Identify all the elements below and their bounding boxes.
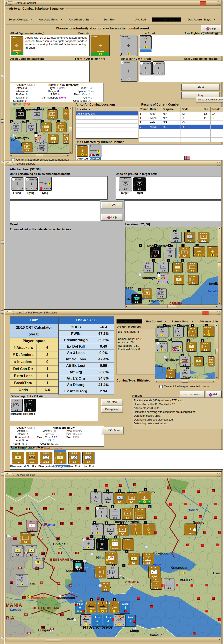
unit-counter[interactable]: 4 LaGG-1✈*3*: [203, 326, 214, 337]
minimap-vscrollbar[interactable]: ▲▼: [69, 106, 73, 154]
abort-button[interactable]: Abort: [181, 84, 220, 91]
table-row[interactable]: 2AlliedN/A-3: [139, 125, 223, 129]
unit-counter[interactable]: StalinoXXXXM3-3: [166, 369, 175, 378]
unit-counter[interactable]: 3rd Inf DivXXX1-4: [128, 553, 139, 565]
ok-button[interactable]: ✓OK: [101, 201, 123, 208]
allied-bomber-panel[interactable]: [10, 60, 90, 82]
map-hscrollbar[interactable]: ◄►: [6, 638, 221, 642]
table-row[interactable]: [139, 138, 223, 142]
map-vscrollbar[interactable]: ▲▼: [218, 227, 221, 305]
main-map[interactable]: KharkovDonetsDnepropetrovskRostovKriNiko…: [6, 478, 221, 637]
unit-counter[interactable]: 149CL Comintern1202: [86, 601, 96, 613]
menu-def-aborts-stays[interactable]: Def. Aborts/Stays =>: [188, 18, 215, 21]
unit-counter[interactable]: 4Bf 110E1✈432: [25, 178, 38, 191]
combat-minimap[interactable]: 3432Dnepropetrovsk7 FW 190*A-2✈16*XXX2-3…: [155, 324, 215, 379]
unit-counter[interactable]: 3Bf 110D1✈331: [12, 178, 24, 191]
minimap-vscrollbar[interactable]: ▲▼: [215, 324, 219, 379]
background-window-button[interactable]: [1, 472, 4, 476]
unit-counter[interactable]: KatyushaXX↑4-3: [164, 578, 175, 590]
unit-counter[interactable]: IX SS MechXXXX9-5: [24, 399, 36, 412]
unit-counter[interactable]: 4 MiG-1*✈*3*: [207, 246, 218, 257]
window-roll-icon[interactable]: [216, 473, 220, 477]
minimap-hscrollbar[interactable]: ◄►: [10, 154, 69, 157]
unit-counter[interactable]: 3Bf 110D1✈331: [140, 62, 151, 75]
titlebar[interactable]: #1 Map Window: [5, 472, 221, 477]
unit-counter[interactable]: 2*Rudel✈25Ju 87G*: [89, 144, 101, 157]
no-effect-button[interactable]: No Effect: [101, 399, 123, 405]
unit-counter[interactable]: 5 Bf 109*E-4Emil✈23*: [16, 574, 28, 586]
unit-counter[interactable]: 7 FW 190*A-2✈16*: [140, 36, 151, 49]
tab-assign-losses-active[interactable]: Assign Losses =>: [117, 320, 142, 324]
tab-hex-control[interactable]: Hex Control =>: [146, 320, 166, 323]
unit-counter[interactable]: XXX1-4: [48, 134, 58, 144]
unit-counter[interactable]: BudyonnyXXXXX6(2)4: [148, 566, 160, 578]
unit-counter[interactable]: 2*Rudel✈25Ju 87G*: [172, 342, 183, 352]
unit-counter[interactable]: 40th CorrXXXX•5-1: [150, 578, 162, 590]
unit-counter[interactable]: 2*Rudel✈25Ju 87G*: [39, 177, 52, 191]
unit-counter[interactable]: 4th GD ArmXXXX9-5: [82, 452, 94, 464]
unit-counter[interactable]: XXX2-4: [171, 232, 181, 242]
unit-counter[interactable]: 4 LaGG-1*✈*3*: [193, 246, 205, 257]
unit-counter[interactable]: XXX2-4: [109, 508, 121, 520]
ok-done-button[interactable]: ✓OK - Done: [101, 427, 124, 434]
background-window-button[interactable]: [1, 240, 4, 244]
unit-counter[interactable]: 4 P-40C*✈Tomahawk*8*: [11, 36, 23, 55]
unit-counter[interactable]: 1310ROM030: [80, 614, 91, 626]
unit-counter[interactable]: 54th CorrXXXX•4-1: [200, 342, 210, 352]
unit-counter[interactable]: 54th CorrXXXX•4-1: [122, 538, 134, 550]
background-window-button[interactable]: [1, 120, 4, 122]
unit-counter[interactable]: 169CA Destroyer Flotilla020ROM: [114, 614, 125, 626]
unit-counter[interactable]: XXX╱3-5: [63, 134, 69, 144]
close-icon[interactable]: [202, 311, 208, 315]
unit-counter[interactable]: 4 La✈: [63, 108, 69, 119]
background-window-button[interactable]: [1, 75, 4, 78]
map-hscrollbar[interactable]: ◄►: [125, 304, 218, 308]
unit-counter[interactable]: 2nd GD CavXXX╱3-5: [188, 275, 198, 285]
unit-counter[interactable]: 4Bf 111✈432▲▲A←↙: [157, 274, 169, 284]
results-table[interactable]: 1AxisN/A+313DA1AlliedN/A-311DC2AxisN/A+3…: [139, 112, 223, 142]
unit-counter[interactable]: XI MechXXXX7-5: [156, 288, 166, 298]
unit-counter[interactable]: 80 III InfXXXX7-4: [90, 492, 101, 503]
unit-counter[interactable]: 4 LaGG-1*✈*3*: [77, 146, 88, 156]
location-map[interactable]: 43XXX2-4XX•4-2TimoshenkoXXXXXX5(2)2Dnepr…: [125, 227, 218, 305]
unit-counter[interactable]: 144 SS InfXXX1-3: [16, 110, 26, 119]
unit-counter[interactable]: 144 SS InfXXX1-3: [150, 247, 161, 258]
unit-counter[interactable]: 5Bf 110E1✈462: [82, 538, 95, 550]
unit-counter[interactable]: 2nd EngXXΠ1-4: [41, 122, 51, 132]
table-row[interactable]: 1AxisN/A+313DA: [139, 112, 223, 116]
unit-counter[interactable]: 54th CorrXXXX•4-1: [56, 122, 66, 132]
unit-counter[interactable]: XX•4-2: [184, 232, 195, 242]
help-button[interactable]: ?Help: [101, 214, 123, 220]
unit-counter[interactable]: 4th GD ArmXXX9-5▲▲A←↙: [105, 552, 117, 564]
unit-counter[interactable]: II InfHUNXXXX3-3: [26, 520, 37, 532]
unit-counter[interactable]: 9 GD InfXXXXX6-3: [47, 110, 57, 119]
window-shade-button[interactable]: [6, 1, 14, 5]
table-row[interactable]: [139, 133, 223, 138]
menu-arr-allied-units[interactable]: Arr. Allied Units =>: [69, 18, 93, 21]
unit-counter[interactable]: 257CA Krasnyi Kavkaz1202: [109, 601, 119, 613]
table-row[interactable]: 1AlliedN/A-311DC: [139, 116, 223, 120]
minimap-hscrollbar[interactable]: ◄►: [155, 379, 215, 383]
unit-counter[interactable]: 5Bf 110E1✈462: [156, 342, 167, 352]
unit-counter[interactable]: 7 MechXXX2-5▲▲A←↙: [179, 356, 190, 366]
unit-counter[interactable]: 149CL Krasni Krym1213: [97, 601, 108, 613]
unit-counter[interactable]: 9 GD InfXXXXX6-3: [187, 327, 198, 337]
help-button[interactable]: ?Help: [206, 391, 221, 398]
unit-counter[interactable]: 7 FW 190*A-2✈16*: [156, 326, 168, 337]
unit-counter[interactable]: XI MechXXXX7-5: [37, 142, 47, 152]
unit-counter[interactable]: 4Bf 110E1✈432: [152, 62, 164, 75]
unit-counter[interactable]: 1*✈113TB-37: [184, 524, 196, 535]
air-combat-chart-button[interactable]: Air-to-air Combat Chart: [196, 97, 223, 102]
menu-def-roll[interactable]: Def. Roll: [104, 18, 115, 21]
unit-counter[interactable]: 7th Mech D.XXX2-5: [119, 178, 132, 191]
unit-counter[interactable]: 3rd MechXXXXX6-6: [68, 452, 80, 464]
unit-counter[interactable]: XXΠ1-4: [172, 262, 183, 272]
menu-arr-axis-units[interactable]: Arr. Axis Units =>: [39, 18, 62, 21]
unit-counter[interactable]: XXX2-3: [105, 524, 116, 536]
unit-counter[interactable]: XXA2-3: [114, 492, 125, 504]
unit-counter[interactable]: XXX2-3: [32, 110, 42, 119]
window-roll-icon[interactable]: [216, 1, 220, 5]
unit-counter[interactable]: XXX╱3-5: [208, 356, 214, 366]
unit-counter[interactable]: TimoshenkoXXXXXX5(2)2: [198, 232, 209, 242]
unit-counter[interactable]: ZhukovXXXXX8(5)4: [40, 452, 52, 464]
